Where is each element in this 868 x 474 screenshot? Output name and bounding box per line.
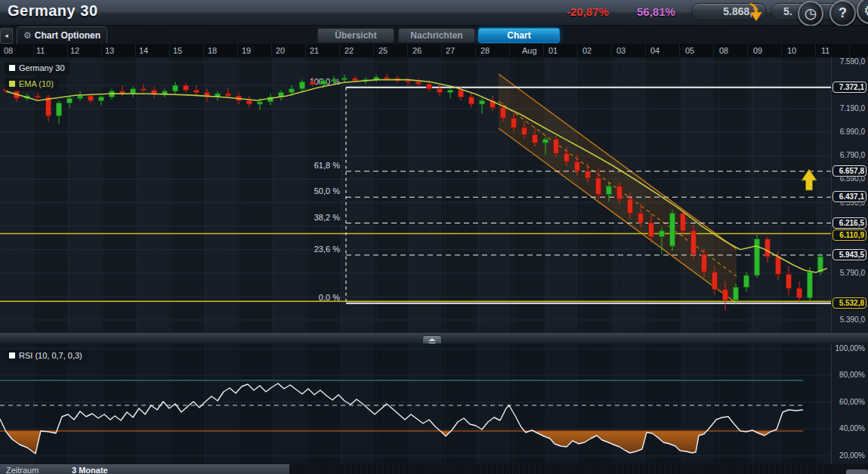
candle [67, 96, 73, 108]
x-axis-label: 18 [208, 46, 217, 55]
gear-icon: ⚙ [23, 30, 32, 41]
candle [99, 96, 104, 105]
candle [437, 85, 443, 97]
legend-swatch [9, 65, 15, 71]
corner-resize-button[interactable] [846, 469, 868, 474]
candle [120, 85, 125, 96]
candle [131, 87, 136, 97]
bottom-bar: Zeitraum 3 Monate [0, 464, 868, 474]
x-axis-label: 02 [582, 46, 592, 55]
chart-toolbar: ◂ ⚙Chart Optionen Übersicht Nachrichten … [0, 26, 868, 45]
x-axis-label: 10 [787, 46, 796, 55]
legend-ema: EMA (10) [5, 78, 59, 91]
x-axis-label: 09 [753, 46, 762, 55]
candle [469, 92, 474, 107]
chart-options-tab[interactable]: ⚙Chart Optionen [17, 26, 107, 45]
candle [406, 77, 411, 85]
back-button[interactable]: ◂ [0, 28, 13, 44]
x-axis-label: 11 [36, 46, 45, 55]
candle [670, 210, 675, 251]
x-axis-label: 08 [719, 46, 728, 55]
x-axis-label: 08 [4, 46, 13, 55]
candle [226, 88, 231, 98]
tab-uebersicht[interactable]: Übersicht [317, 28, 394, 43]
x-axis-label: 26 [412, 46, 422, 55]
candle [184, 83, 189, 92]
title-bar: Germany 30 -20,87% 56,81% 5.868,3 5. ◷ ?… [0, 0, 868, 26]
x-axis-label: 01 [548, 46, 558, 55]
fib-level-label: 23,6 % [314, 245, 340, 254]
x-axis-label: 13 [105, 46, 114, 55]
instrument-title: Germany 30 [8, 2, 98, 20]
up-arrow-marker [802, 169, 817, 190]
candle [247, 96, 252, 108]
candle [36, 92, 41, 99]
legend-instrument: Germany 30 [5, 62, 70, 75]
range-percent: 56,81% [637, 5, 675, 18]
settings-wheel-icon[interactable]: ⚙ [857, 0, 868, 24]
legend-rsi: RSI (10, 0,7, 0,3) [5, 349, 88, 362]
change-percent: -20,87% [567, 5, 609, 18]
fib-level-label: 61,8 % [314, 161, 340, 170]
x-axis-label: 11 [821, 46, 829, 55]
x-axis-label: 15 [173, 46, 182, 55]
rsi-axis-column [831, 343, 868, 464]
rsi-chart [0, 343, 831, 464]
candle [173, 82, 178, 94]
candle [194, 85, 199, 96]
fib-level-label: 0,0 % [319, 293, 340, 302]
fib-level-label: 38,2 % [314, 213, 340, 222]
candle [480, 98, 485, 113]
candle [215, 91, 221, 100]
candle [448, 88, 453, 98]
x-axis: 081112131415181920212225262728Aug0102030… [0, 44, 868, 58]
rsi-oversold-fill [0, 383, 803, 454]
candle [755, 235, 760, 278]
fib-level-label: 50,0 % [314, 186, 340, 195]
candle [57, 100, 62, 124]
legend-swatch [9, 81, 15, 87]
candle [162, 89, 168, 97]
x-axis-label: 22 [344, 46, 354, 55]
candle [78, 91, 83, 100]
price-down-arrow-icon [748, 2, 765, 23]
chevron-up-icon [428, 338, 436, 341]
candle [744, 272, 749, 291]
candlestick-chart: 100,0 %61,8 %50,0 %38,2 %23,6 %0,0 % [0, 57, 831, 334]
x-axis-label: 21 [310, 46, 319, 55]
trading-app-window: Germany 30 -20,87% 56,81% 5.868,3 5. ◷ ?… [0, 0, 868, 474]
x-axis-label: 25 [378, 46, 388, 55]
candle [797, 282, 802, 303]
candle [268, 94, 273, 106]
x-axis-label: 19 [242, 46, 251, 55]
price-axis-column [831, 57, 868, 334]
x-axis-label: 12 [70, 46, 79, 55]
x-axis-label: 04 [650, 46, 659, 55]
help-icon[interactable]: ? [829, 0, 856, 26]
x-axis-label: 05 [685, 46, 694, 55]
tab-nachrichten[interactable]: Nachrichten [398, 28, 475, 43]
period-label: Zeitraum [6, 466, 39, 474]
candle [152, 87, 157, 99]
period-selector[interactable]: Zeitraum 3 Monate [0, 464, 289, 474]
gauge-icon[interactable]: ◷ [798, 1, 823, 26]
candle [374, 75, 379, 82]
x-axis-label: Aug [522, 46, 537, 55]
legend-swatch [9, 352, 15, 359]
period-value: 3 Monate [72, 466, 108, 474]
x-axis-label: 28 [480, 46, 490, 55]
candle [808, 267, 813, 301]
candle [279, 90, 284, 100]
x-axis-label: 14 [139, 46, 148, 55]
x-axis-label: 27 [446, 46, 455, 55]
chart-options-label: Chart Optionen [35, 30, 100, 41]
x-axis-label: 03 [616, 46, 626, 55]
tab-chart[interactable]: Chart [478, 28, 560, 43]
candle [300, 79, 305, 91]
x-axis-label: 20 [276, 46, 285, 55]
